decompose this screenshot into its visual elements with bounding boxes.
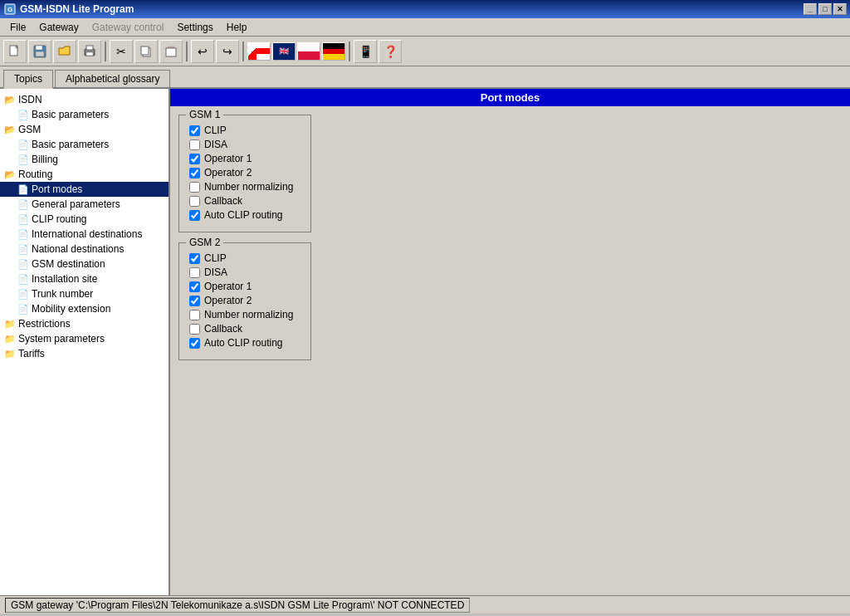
gsm1-operator2-label: Operator 2 xyxy=(204,167,252,178)
menu-bar: File Gateway Gateway control Settings He… xyxy=(0,18,850,37)
gsm2-number-normalizing-checkbox[interactable] xyxy=(189,310,200,320)
gsm1-callback-row: Callback xyxy=(189,195,300,207)
menu-help[interactable]: Help xyxy=(220,20,254,35)
gsm2-disa-checkbox[interactable] xyxy=(189,267,200,278)
flag-czech[interactable] xyxy=(247,42,271,61)
sidebar-item-gsm-basic[interactable]: Basic parameters xyxy=(0,137,169,152)
gsm2-auto-clip-label: Auto CLIP routing xyxy=(204,337,283,349)
gsm2-callback-checkbox[interactable] xyxy=(189,324,200,335)
phone-button[interactable]: 📱 xyxy=(354,40,377,63)
gsm2-disa-label: DISA xyxy=(204,266,227,278)
paste-button[interactable] xyxy=(159,40,183,63)
gsm1-clip-checkbox[interactable] xyxy=(189,125,200,136)
gsm1-operator2-row: Operator 2 xyxy=(189,167,300,178)
gsm2-operator2-label: Operator 2 xyxy=(204,295,252,306)
gsm2-operator2-checkbox[interactable] xyxy=(189,296,200,306)
tabs-bar: Topics Alphabetical glossary xyxy=(0,66,850,89)
sidebar-item-restrictions[interactable]: Restrictions xyxy=(0,316,169,331)
menu-gateway[interactable]: Gateway xyxy=(32,20,85,35)
sidebar-item-isdn[interactable]: ISDN xyxy=(0,92,169,107)
menu-file[interactable]: File xyxy=(3,20,32,35)
gsm1-number-normalizing-checkbox[interactable] xyxy=(189,182,200,193)
print-button[interactable] xyxy=(78,40,101,63)
sidebar-item-trunk-number[interactable]: Trunk number xyxy=(0,286,169,301)
folder-open-icon xyxy=(3,168,17,181)
doc-icon xyxy=(17,287,30,301)
app-icon: G xyxy=(3,2,17,16)
tab-topics[interactable]: Topics xyxy=(3,70,53,89)
gsm1-number-normalizing-row: Number normalizing xyxy=(189,181,300,193)
gsm2-clip-checkbox[interactable] xyxy=(189,253,200,264)
gsm1-clip-label: CLIP xyxy=(204,125,227,136)
folder-icon xyxy=(3,317,17,330)
sidebar-item-tariffs[interactable]: Tariffs xyxy=(0,346,169,361)
folder-icon xyxy=(3,347,17,360)
sidebar-item-clip-routing[interactable]: CLIP routing xyxy=(0,212,169,227)
cut-button[interactable]: ✂ xyxy=(110,40,133,63)
sidebar-item-general-params[interactable]: General parameters xyxy=(0,197,169,212)
toolbar-separator-1 xyxy=(105,42,106,61)
doc-icon xyxy=(17,108,30,121)
sidebar-item-national-destinations[interactable]: National destinations xyxy=(0,242,169,257)
right-panel: Port modes GSM 1 CLIP DISA Operator 1 xyxy=(170,89,850,595)
sidebar-item-gsm-destination[interactable]: GSM destination xyxy=(0,257,169,271)
flag-germany[interactable] xyxy=(322,42,345,61)
gsm1-operator1-label: Operator 1 xyxy=(204,153,252,164)
gsm1-callback-label: Callback xyxy=(204,195,242,207)
folder-open-icon xyxy=(3,123,17,136)
svg-rect-6 xyxy=(36,46,42,50)
minimize-button[interactable]: _ xyxy=(804,3,817,15)
gsm1-callback-checkbox[interactable] xyxy=(189,196,200,207)
app-title: GSM-ISDN Lite Program xyxy=(20,3,134,15)
svg-text:G: G xyxy=(7,6,12,13)
sidebar-item-port-modes[interactable]: Port modes xyxy=(0,182,169,197)
sidebar-item-system-params[interactable]: System parameters xyxy=(0,331,169,346)
svg-rect-10 xyxy=(86,52,93,56)
toolbar: ✂ ↩ ↪ 🇬🇧 📱 ❓ xyxy=(0,37,850,66)
gsm2-operator1-row: Operator 1 xyxy=(189,281,300,292)
gsm1-operator2-checkbox[interactable] xyxy=(189,168,200,178)
save-button[interactable] xyxy=(28,40,51,63)
sidebar-item-intl-destinations[interactable]: International destinations xyxy=(0,227,169,242)
flag-uk[interactable]: 🇬🇧 xyxy=(272,42,296,61)
panel-title: Port modes xyxy=(170,89,850,106)
copy-button[interactable] xyxy=(134,40,158,63)
gsm1-auto-clip-checkbox[interactable] xyxy=(189,210,200,221)
new-button[interactable] xyxy=(3,40,27,63)
sidebar-item-installation-site[interactable]: Installation site xyxy=(0,271,169,286)
status-text: GSM gateway 'C:\Program Files\2N Telekom… xyxy=(5,598,470,613)
sidebar-item-billing[interactable]: Billing xyxy=(0,152,169,167)
doc-icon xyxy=(17,153,30,166)
gsm1-group: GSM 1 CLIP DISA Operator 1 Operator 2 xyxy=(178,115,311,232)
svg-rect-14 xyxy=(166,48,176,56)
help-button[interactable]: ❓ xyxy=(379,40,402,63)
gsm2-operator1-checkbox[interactable] xyxy=(189,281,200,292)
undo-button[interactable]: ↩ xyxy=(191,40,214,63)
sidebar-item-gsm[interactable]: GSM xyxy=(0,122,169,137)
gsm2-auto-clip-checkbox[interactable] xyxy=(189,338,200,349)
doc-icon xyxy=(17,302,30,315)
doc-icon xyxy=(17,257,30,271)
gsm1-number-normalizing-label: Number normalizing xyxy=(204,181,293,193)
gsm2-number-normalizing-label: Number normalizing xyxy=(204,309,293,320)
redo-button[interactable]: ↪ xyxy=(216,40,239,63)
sidebar-item-isdn-basic[interactable]: Basic parameters xyxy=(0,107,169,122)
close-button[interactable]: ✕ xyxy=(833,3,847,15)
toolbar-separator-2 xyxy=(186,42,188,61)
tab-alphabetical-glossary[interactable]: Alphabetical glossary xyxy=(55,70,170,87)
maximize-button[interactable]: □ xyxy=(818,3,832,15)
gsm1-auto-clip-row: Auto CLIP routing xyxy=(189,209,300,221)
flag-poland[interactable] xyxy=(297,42,320,61)
folder-icon xyxy=(3,332,17,345)
gsm1-disa-checkbox[interactable] xyxy=(189,139,200,150)
open-button[interactable] xyxy=(53,40,76,63)
gsm1-clip-row: CLIP xyxy=(189,125,300,136)
sidebar: ISDN Basic parameters GSM Basic paramete… xyxy=(0,89,170,595)
gsm2-number-normalizing-row: Number normalizing xyxy=(189,309,300,320)
menu-gateway-control: Gateway control xyxy=(85,20,171,35)
sidebar-item-routing[interactable]: Routing xyxy=(0,167,169,182)
sidebar-item-mobility-extension[interactable]: Mobility extension xyxy=(0,301,169,316)
doc-icon xyxy=(17,138,30,151)
menu-settings[interactable]: Settings xyxy=(170,20,219,35)
gsm1-operator1-checkbox[interactable] xyxy=(189,154,200,164)
